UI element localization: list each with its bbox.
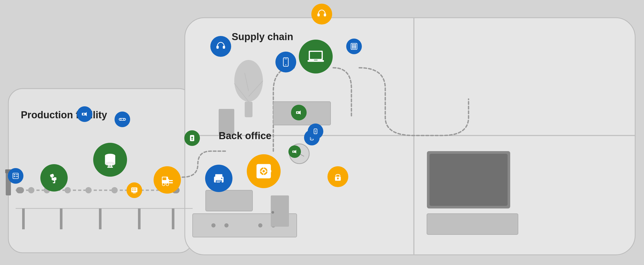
laptop-icon[interactable] [299,40,333,73]
svg-rect-128 [338,178,338,180]
camera-back-office-icon[interactable] [288,145,301,158]
svg-rect-77 [162,177,166,180]
svg-rect-65 [134,188,135,189]
scene: Production facility Back office Supply c… [0,0,644,265]
svg-rect-73 [169,182,173,183]
svg-rect-69 [135,190,136,191]
svg-point-47 [83,113,85,115]
keypad-supply-chain-icon[interactable] [346,39,362,54]
svg-point-91 [263,170,265,172]
lock-supply-chain-icon[interactable] [327,166,348,187]
svg-point-98 [297,112,298,113]
forklift-icon[interactable] [154,166,181,194]
svg-point-43 [14,174,15,175]
svg-point-75 [162,183,165,186]
printer-icon[interactable] [205,165,232,192]
back-office-label: Back office [219,130,272,141]
svg-rect-21 [206,190,252,211]
svg-rect-15 [138,208,141,229]
svg-point-55 [53,181,54,182]
svg-rect-116 [355,44,356,46]
safe-icon[interactable] [247,154,281,188]
svg-point-23 [211,223,216,227]
storage-tank-icon[interactable] [93,143,127,177]
svg-rect-119 [355,46,356,47]
svg-rect-86 [216,182,220,182]
svg-rect-120 [352,47,353,49]
svg-rect-39 [271,195,289,227]
svg-point-125 [315,132,316,133]
control-panel-icon[interactable] [8,168,23,184]
svg-point-79 [191,137,193,138]
svg-rect-122 [355,47,356,49]
svg-rect-110 [310,52,322,59]
svg-line-32 [234,83,249,102]
svg-point-107 [285,64,286,65]
svg-point-59 [105,162,115,166]
svg-rect-81 [191,140,193,140]
svg-point-87 [221,178,223,179]
terminal-production-icon[interactable] [127,182,142,198]
production-facility-label: Production facility [21,109,107,121]
svg-rect-102 [317,14,320,16]
svg-rect-70 [133,193,136,193]
svg-point-9 [85,187,92,193]
svg-rect-60 [108,164,109,167]
svg-rect-13 [60,208,62,229]
svg-point-31 [234,60,263,102]
svg-point-6 [28,187,34,193]
svg-rect-105 [223,46,225,49]
camera-back-office-2-icon[interactable] [291,105,307,120]
svg-rect-96 [270,170,272,172]
conveyor-control-icon[interactable] [115,112,130,127]
svg-point-10 [111,187,118,193]
headset-yellow-icon[interactable] [311,4,332,24]
camera-production-icon[interactable] [77,106,92,122]
robot-arm-icon[interactable] [40,164,68,192]
svg-point-44 [14,176,15,177]
svg-rect-115 [353,44,355,46]
svg-rect-84 [216,180,222,183]
svg-rect-62 [107,167,113,168]
svg-rect-37 [430,154,508,206]
svg-point-8 [65,187,71,193]
svg-rect-74 [169,180,173,181]
svg-rect-117 [352,46,353,47]
svg-rect-42 [13,173,18,179]
svg-point-40 [272,211,274,214]
svg-line-34 [245,73,249,91]
svg-rect-64 [132,188,133,189]
svg-point-24 [224,223,229,227]
svg-rect-118 [353,46,355,47]
svg-rect-85 [216,181,221,181]
svg-point-76 [166,183,168,186]
svg-rect-53 [52,177,56,180]
svg-rect-72 [168,179,169,183]
svg-rect-30 [245,102,252,117]
svg-point-56 [53,177,54,178]
svg-point-26 [271,223,275,227]
access-control-icon[interactable] [184,130,200,146]
svg-rect-66 [135,188,136,189]
svg-rect-22 [193,214,297,237]
svg-rect-17 [16,187,24,193]
svg-rect-14 [99,208,102,229]
svg-rect-103 [324,14,326,16]
svg-rect-61 [111,164,112,167]
svg-rect-121 [353,47,355,49]
mobile-icon[interactable] [275,52,296,72]
svg-point-25 [258,223,262,227]
svg-rect-68 [134,190,135,191]
svg-rect-38 [427,214,518,235]
svg-rect-67 [132,190,133,191]
svg-rect-36 [427,151,510,208]
supply-chain-label: Supply chain [232,31,293,42]
svg-line-33 [249,81,263,96]
headset-blue-icon[interactable] [210,36,231,57]
svg-point-97 [293,151,294,152]
sensor-supply-chain-icon[interactable] [308,124,323,139]
svg-rect-12 [22,208,25,229]
svg-rect-114 [352,44,353,46]
svg-rect-83 [215,174,223,177]
svg-rect-16 [172,208,174,229]
